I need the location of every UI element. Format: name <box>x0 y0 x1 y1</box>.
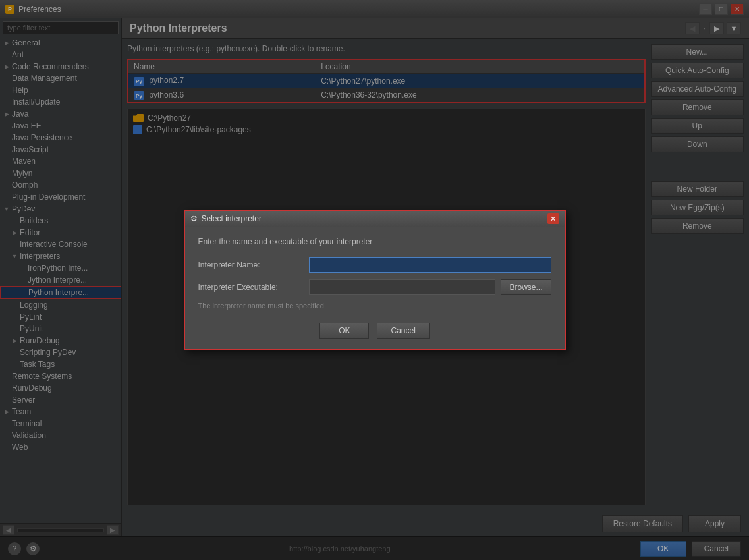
interpreter-name-label: Interpreter Name: <box>198 260 304 269</box>
select-interpreter-dialog: Select interpreter ✕ Enter the name and … <box>184 210 566 350</box>
dialog-ok-button[interactable]: OK <box>319 323 369 339</box>
dialog-title: Select interpreter <box>190 214 262 223</box>
dialog-description: Enter the name and executable of your in… <box>198 237 551 246</box>
interpreter-name-row: Interpreter Name: <box>198 257 551 273</box>
dialog-cancel-button[interactable]: Cancel <box>377 323 429 339</box>
interpreter-executable-label: Interpreter Executable: <box>198 283 304 292</box>
dialog-error-text: The interpreter name must be specified <box>198 302 551 310</box>
dialog-close-button[interactable]: ✕ <box>547 213 559 224</box>
dialog-buttons: OK Cancel <box>198 323 551 339</box>
interpreter-executable-input[interactable] <box>309 279 496 295</box>
browse-button[interactable]: Browse... <box>501 279 551 295</box>
interpreter-name-input[interactable] <box>309 257 551 273</box>
dialog-content: Enter the name and executable of your in… <box>185 227 565 349</box>
dialog-title-bar: Select interpreter ✕ <box>185 211 565 227</box>
gear-icon <box>190 214 198 223</box>
dialog-overlay: Select interpreter ✕ Enter the name and … <box>0 0 749 560</box>
interpreter-executable-row: Interpreter Executable: Browse... <box>198 279 551 295</box>
dialog-title-text: Select interpreter <box>202 214 262 223</box>
